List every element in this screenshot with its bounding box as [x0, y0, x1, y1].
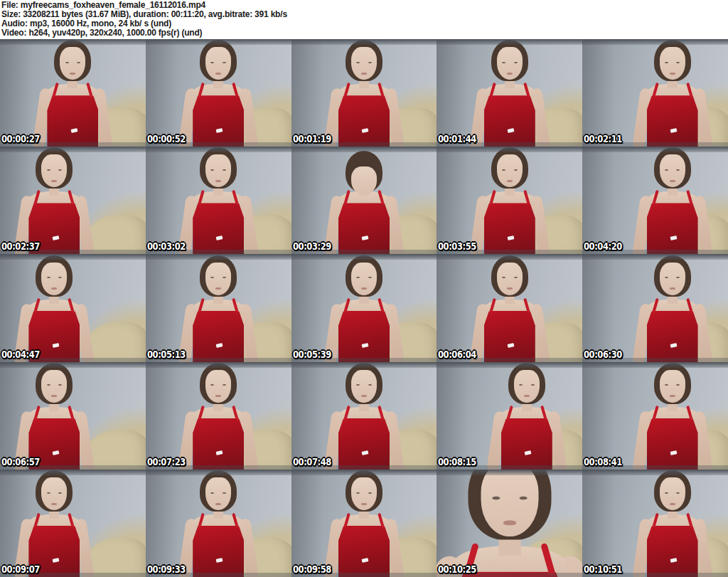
- video-thumbnail: 00:05:39: [291, 254, 437, 361]
- eye-right: [223, 277, 226, 278]
- top-tag: [216, 128, 223, 133]
- eye-right: [77, 62, 80, 63]
- timestamp-overlay: 00:00:52: [147, 133, 186, 144]
- timestamp-overlay: 00:03:02: [147, 240, 186, 252]
- mouth: [670, 287, 675, 290]
- person-figure: [1, 472, 107, 577]
- eye-right: [676, 62, 680, 63]
- eye-left: [665, 384, 668, 386]
- person-figure: [437, 470, 582, 577]
- video-thumbnail: 00:06:04: [437, 254, 582, 361]
- head: [348, 472, 380, 512]
- eye-left: [502, 277, 505, 278]
- mouth: [215, 287, 221, 290]
- frame-top-band: [0, 470, 146, 475]
- eye-left: [665, 62, 668, 63]
- eye-right: [223, 62, 226, 63]
- mouth: [670, 503, 675, 505]
- frame-top-band: [291, 470, 437, 475]
- eye-left: [502, 169, 505, 171]
- eye-left: [210, 169, 214, 171]
- timestamp-overlay: 00:02:37: [1, 240, 40, 252]
- timestamp-overlay: 00:01:44: [438, 133, 476, 144]
- eye-right: [519, 496, 527, 499]
- head: [657, 41, 688, 81]
- mouth: [507, 73, 513, 75]
- frame-top-band: [437, 254, 582, 260]
- face: [205, 370, 231, 403]
- mouth: [51, 180, 57, 182]
- head: [348, 257, 380, 297]
- person-figure: [311, 472, 417, 577]
- mouth: [215, 73, 221, 75]
- red-top: [647, 311, 698, 362]
- video-thumbnail: 00:02:37: [0, 147, 146, 254]
- face: [660, 154, 685, 187]
- person-figure: [165, 149, 272, 254]
- top-tag: [216, 235, 223, 240]
- red-top: [47, 95, 98, 147]
- head: [494, 149, 525, 189]
- video-thumbnail: 00:00:27: [0, 39, 146, 147]
- red-top: [647, 95, 698, 147]
- frame-top-band: [146, 362, 291, 368]
- person-figure: [619, 41, 726, 147]
- face: [660, 263, 685, 295]
- person-figure: [456, 41, 563, 147]
- frame-top-band: [291, 39, 437, 45]
- meta-line-video: Video: h264, yuv420p, 320x240, 1000.00 f…: [1, 28, 728, 38]
- top-tag: [70, 128, 77, 133]
- eye-right: [368, 492, 372, 494]
- mouth: [215, 180, 221, 182]
- face: [351, 370, 377, 403]
- top-tag: [362, 343, 369, 348]
- eye-left: [210, 384, 214, 386]
- video-thumbnail: 00:03:29: [291, 147, 437, 254]
- person-figure: [619, 364, 726, 470]
- head: [57, 41, 88, 81]
- eye-left: [665, 169, 668, 171]
- person-figure: [1, 149, 107, 254]
- red-top: [484, 203, 535, 254]
- head: [657, 149, 688, 189]
- timestamp-overlay: 00:03:29: [293, 240, 331, 252]
- eye-right: [514, 169, 518, 171]
- face: [41, 370, 67, 403]
- person-figure: [456, 257, 563, 362]
- mouth: [215, 395, 221, 397]
- red-top: [647, 203, 698, 254]
- red-top: [647, 418, 698, 470]
- mouth: [670, 395, 675, 397]
- top-tag: [670, 128, 677, 133]
- red-top: [338, 95, 390, 147]
- mouth: [361, 287, 367, 290]
- mouth: [507, 287, 513, 290]
- timestamp-overlay: 00:05:13: [147, 349, 186, 360]
- top-tag: [362, 558, 369, 563]
- person-figure: [311, 41, 417, 147]
- top-tag: [670, 450, 677, 455]
- video-thumbnail: 00:08:15: [437, 362, 582, 470]
- red-top: [193, 418, 244, 470]
- top-tag: [52, 235, 59, 240]
- face: [351, 166, 377, 195]
- frame-top-band: [437, 362, 582, 368]
- top-tag: [524, 450, 531, 455]
- eye-left: [356, 62, 360, 63]
- video-thumbnail: 00:10:25: [437, 470, 582, 577]
- person-figure: [1, 364, 107, 470]
- timestamp-overlay: 00:08:41: [584, 456, 622, 467]
- eye-right: [676, 277, 680, 278]
- mouth: [51, 503, 57, 505]
- head: [474, 470, 545, 540]
- video-thumbnail: 00:10:51: [582, 470, 728, 577]
- top-tag: [670, 343, 677, 348]
- red-top: [501, 418, 552, 470]
- timestamp-overlay: 00:08:15: [438, 456, 476, 467]
- eye-left: [210, 277, 214, 278]
- video-thumbnail: 00:06:57: [0, 362, 146, 470]
- mouth: [670, 73, 675, 75]
- person-figure: [165, 472, 272, 577]
- eye-left: [502, 62, 505, 63]
- person-figure: [165, 364, 272, 470]
